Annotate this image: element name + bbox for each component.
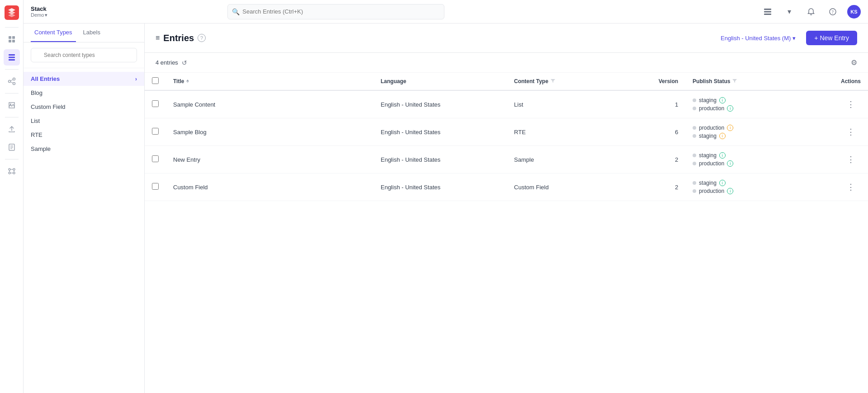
status-info-icon[interactable]: i (727, 160, 733, 167)
entries-help-icon[interactable]: ? (198, 34, 206, 42)
nav-deploy[interactable] (4, 163, 20, 179)
row-more-button[interactable]: ⋮ (843, 153, 859, 166)
status-info-icon[interactable]: i (727, 125, 733, 131)
row-content-type: Sample (507, 146, 640, 173)
app-logo[interactable] (5, 5, 19, 20)
status-info-icon[interactable]: i (719, 180, 726, 186)
sidebar-item-rte[interactable]: RTE (24, 128, 144, 142)
row-checkbox-1[interactable] (152, 128, 159, 135)
nav-dashboard[interactable] (4, 31, 20, 47)
table-toolbar: 4 entries ↺ ⚙ (145, 53, 868, 73)
row-version: 2 (640, 173, 685, 201)
row-more-button[interactable]: ⋮ (843, 125, 859, 139)
notification-icon[interactable] (804, 5, 818, 19)
nav-publish[interactable] (4, 121, 20, 137)
hamburger-icon[interactable]: ≡ (156, 34, 160, 42)
row-title[interactable]: Sample Content (166, 90, 373, 118)
status-info-icon[interactable]: i (727, 105, 733, 112)
table-settings-icon[interactable]: ⚙ (851, 58, 857, 67)
status-info-icon[interactable]: i (727, 188, 733, 194)
nav-content-model[interactable] (4, 73, 20, 89)
chevron-down-icon[interactable]: ▾ (782, 5, 797, 19)
row-checkbox-3[interactable] (152, 183, 159, 190)
sidebar-item-sample[interactable]: Sample (24, 142, 144, 156)
status-label: production (699, 125, 724, 131)
row-title[interactable]: Sample Blog (166, 118, 373, 146)
entries-table: Title Language (145, 73, 868, 201)
th-publish-status: Publish Status (685, 73, 834, 90)
row-checkbox-2[interactable] (152, 155, 159, 162)
row-publish-status: production i staging i (685, 118, 834, 146)
search-input[interactable] (227, 4, 444, 19)
row-language: English - United States (373, 173, 507, 201)
search-icon: 🔍 (232, 8, 240, 15)
sidebar-search-input[interactable] (31, 48, 137, 62)
sidebar-item-blog[interactable]: Blog (24, 86, 144, 100)
status-dot (693, 107, 696, 110)
nav-assets[interactable] (4, 97, 20, 113)
entries-tbody: Sample Content English - United States L… (145, 90, 868, 201)
language-chevron-icon: ▾ (793, 35, 796, 42)
status-info-icon[interactable]: i (719, 152, 726, 159)
sort-icon (186, 79, 189, 84)
avatar[interactable]: KS (847, 5, 861, 19)
row-language: English - United States (373, 146, 507, 173)
new-entry-button[interactable]: + New Entry (806, 31, 857, 45)
svg-point-10 (13, 83, 15, 85)
status-info-icon[interactable]: i (719, 97, 726, 103)
sidebar-item-custom-field[interactable]: Custom Field (24, 100, 144, 114)
row-actions: ⋮ (834, 173, 868, 201)
row-actions: ⋮ (834, 90, 868, 118)
publish-status-filter-icon[interactable] (732, 78, 737, 85)
svg-line-11 (10, 80, 13, 81)
stack-icon-btn[interactable] (760, 5, 775, 19)
tab-content-types[interactable]: Content Types (31, 23, 76, 42)
select-all-checkbox[interactable] (152, 77, 159, 84)
help-icon[interactable]: ? (826, 5, 840, 19)
content-area: Content Types Labels 🔍 All Entries › Blo… (24, 23, 868, 393)
entries-header-right: English - United States (M) ▾ + New Entr… (716, 31, 857, 45)
icon-bar (0, 0, 24, 393)
row-more-button[interactable]: ⋮ (843, 180, 859, 194)
brand-sub[interactable]: Demo ▾ (31, 12, 67, 18)
status-dot (693, 162, 696, 165)
row-checkbox-0[interactable] (152, 100, 159, 107)
svg-line-12 (10, 82, 13, 83)
row-title[interactable]: Custom Field (166, 173, 373, 201)
row-more-button[interactable]: ⋮ (843, 98, 859, 111)
content-type-filter-icon[interactable] (550, 78, 556, 85)
sidebar-item-all-entries[interactable]: All Entries › (24, 72, 144, 86)
table-row: Sample Blog English - United States RTE … (145, 118, 868, 146)
row-title[interactable]: New Entry (166, 146, 373, 173)
title-sort-btn[interactable]: Title (173, 78, 366, 84)
language-selector[interactable]: English - United States (M) ▾ (716, 32, 801, 45)
brand-name: Stack (31, 5, 67, 12)
nav-entries[interactable] (4, 49, 20, 66)
svg-point-13 (10, 103, 11, 105)
separator-3 (5, 93, 19, 94)
svg-rect-5 (9, 54, 15, 56)
row-content-type: Custom Field (507, 173, 640, 201)
row-publish-status: staging i production i (685, 173, 834, 201)
row-version: 6 (640, 118, 685, 146)
svg-text:?: ? (831, 9, 834, 14)
nav-tasks[interactable] (4, 139, 20, 155)
svg-rect-7 (9, 59, 15, 61)
top-search: 🔍 (227, 4, 444, 19)
tab-labels[interactable]: Labels (80, 23, 104, 42)
svg-point-9 (13, 78, 15, 80)
status-label: production (699, 105, 724, 112)
main-content: ≡ Entries ? English - United States (M) … (145, 23, 868, 393)
refresh-icon[interactable]: ↺ (182, 59, 187, 66)
svg-point-20 (9, 172, 10, 174)
status-label: production (699, 188, 724, 194)
svg-rect-4 (12, 40, 15, 42)
entries-count: 4 entries (156, 59, 178, 66)
status-label: staging (699, 133, 717, 139)
row-publish-status: staging i production i (685, 146, 834, 173)
status-dot (693, 154, 696, 157)
sidebar-item-list[interactable]: List (24, 114, 144, 128)
svg-point-19 (13, 168, 15, 170)
separator (5, 27, 19, 28)
status-info-icon[interactable]: i (719, 133, 726, 139)
